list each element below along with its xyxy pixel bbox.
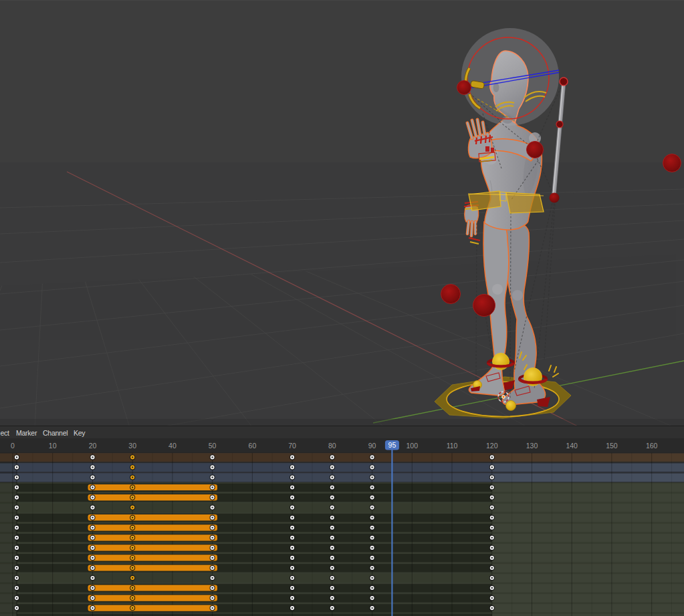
svg-text:70: 70	[288, 442, 296, 450]
svg-text:0: 0	[11, 442, 15, 450]
svg-text:60: 60	[249, 442, 257, 450]
svg-text:150: 150	[606, 442, 618, 450]
svg-text:50: 50	[209, 442, 217, 450]
svg-text:40: 40	[168, 442, 177, 450]
svg-text:120: 120	[486, 442, 498, 450]
svg-text:30: 30	[128, 442, 136, 450]
svg-text:90: 90	[368, 442, 376, 450]
svg-text:20: 20	[89, 442, 97, 450]
svg-text:80: 80	[328, 442, 336, 450]
svg-text:130: 130	[526, 442, 538, 450]
svg-text:160: 160	[646, 442, 658, 450]
svg-text:110: 110	[447, 442, 458, 450]
svg-text:140: 140	[566, 442, 578, 450]
svg-text:100: 100	[407, 442, 419, 450]
svg-text:10: 10	[49, 442, 57, 450]
svg-text:95: 95	[388, 441, 396, 449]
